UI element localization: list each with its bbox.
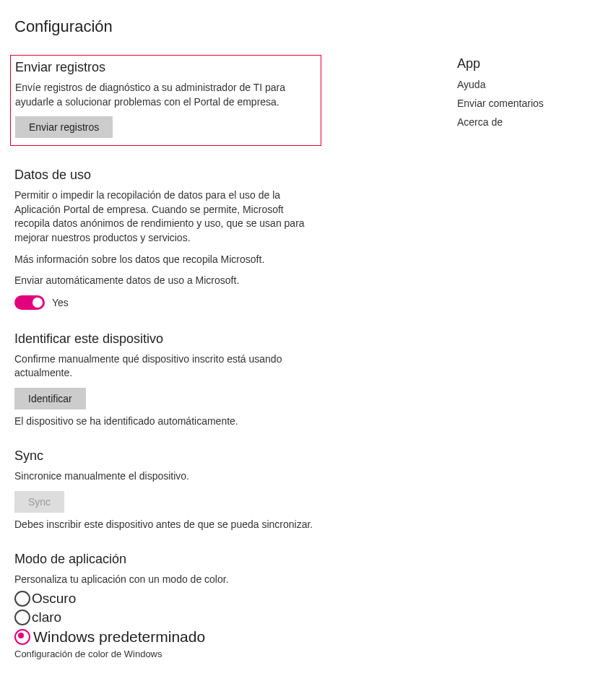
- identify-button[interactable]: Identificar: [14, 388, 86, 409]
- radio-label: Oscuro: [32, 591, 76, 607]
- sync-status: Debes inscribir este dispositivo antes d…: [14, 519, 318, 530]
- radio-dot-icon: [18, 633, 24, 638]
- radio-icon: [14, 610, 30, 625]
- app-sidebar: App Ayuda Enviar comentarios Acerca de: [457, 17, 602, 681]
- radio-selected-icon: [14, 629, 30, 645]
- identify-section: Identificar este dispositivo Confirme ma…: [14, 331, 318, 427]
- radio-label: claro: [32, 610, 61, 625]
- identify-desc: Confirme manualmente qué dispositivo ins…: [14, 352, 318, 381]
- app-mode-title: Modo de aplicación: [14, 552, 318, 567]
- toggle-state-label: Yes: [52, 297, 69, 308]
- usage-data-autosend-label: Enviar automáticamente datos de uso a Mi…: [14, 274, 318, 288]
- sync-section: Sync Sincronice manualmente el dispositi…: [14, 448, 318, 530]
- sync-button: Sync: [14, 491, 64, 513]
- send-logs-desc: Envíe registros de diagnóstico a su admi…: [15, 81, 315, 109]
- send-logs-button[interactable]: Enviar registros: [15, 116, 113, 138]
- app-mode-desc: Personaliza tu aplicación con un modo de…: [14, 573, 318, 587]
- app-mode-section: Modo de aplicación Personaliza tu aplica…: [14, 552, 318, 660]
- send-logs-section: Enviar registros Envíe registros de diag…: [10, 55, 321, 146]
- usage-data-section: Datos de uso Permitir o impedir la recop…: [14, 168, 318, 310]
- sync-desc: Sincronice manualmente el dispositivo.: [14, 469, 318, 484]
- identify-title: Identificar este dispositivo: [14, 331, 318, 347]
- radio-label: Windows predeterminado: [33, 628, 205, 646]
- usage-data-more-info[interactable]: Más información sobre los datos que reco…: [14, 253, 318, 267]
- app-mode-caption: Configuración de color de Windows: [14, 649, 318, 659]
- send-logs-title: Enviar registros: [15, 60, 315, 75]
- identify-status: El dispositivo se ha identificado automá…: [14, 415, 318, 427]
- app-mode-option-windows-default[interactable]: Windows predeterminado: [14, 628, 318, 646]
- sidebar-title: App: [457, 56, 602, 71]
- toggle-knob-icon: [32, 298, 43, 308]
- radio-icon: [14, 591, 30, 607]
- app-mode-option-dark[interactable]: Oscuro: [14, 591, 318, 607]
- sync-title: Sync: [14, 448, 318, 464]
- sidebar-link-feedback[interactable]: Enviar comentarios: [457, 97, 602, 109]
- sidebar-link-about[interactable]: Acerca de: [457, 116, 602, 128]
- sidebar-link-help[interactable]: Ayuda: [457, 79, 602, 90]
- app-mode-option-light[interactable]: claro: [14, 610, 318, 625]
- usage-data-desc: Permitir o impedir la recopilación de da…: [14, 188, 318, 245]
- page-title: Configuración: [14, 17, 318, 36]
- usage-data-title: Datos de uso: [14, 168, 318, 183]
- usage-data-toggle[interactable]: [14, 295, 45, 310]
